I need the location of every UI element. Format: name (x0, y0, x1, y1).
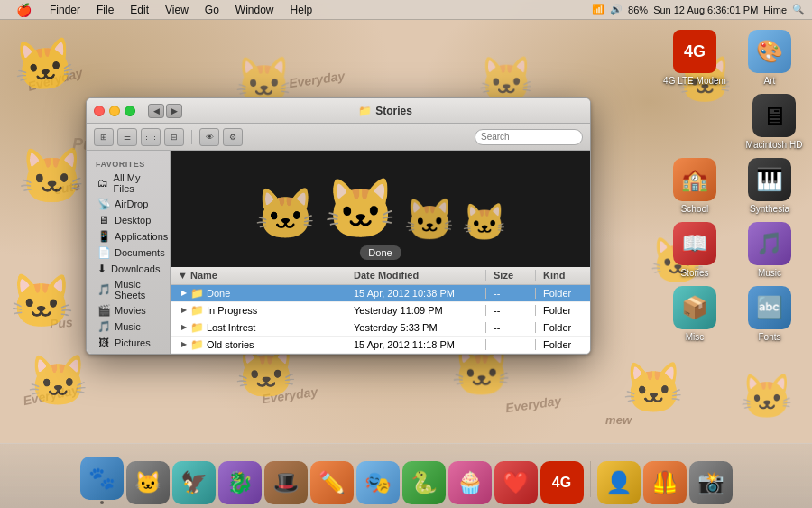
cupcake-dock-icon: 🧁 (448, 461, 492, 504)
menu-file[interactable]: File (89, 2, 121, 18)
dock-item-red-app[interactable]: ❤️ (494, 461, 538, 504)
desktop-icon-macintosh-hd[interactable]: 🖥 Macintosh HD (743, 94, 806, 151)
all-my-files-icon: 🗂 (97, 177, 109, 189)
file-size-old-stories: -- (486, 339, 536, 350)
menu-view[interactable]: View (158, 2, 196, 18)
expand-arrow-lost-intrest[interactable]: ▶ (181, 323, 187, 331)
sidebar-item-documents[interactable]: 📄 Documents (88, 245, 168, 261)
desktop-icon-4g-lte[interactable]: 4G 4G LTE Modem (663, 30, 726, 87)
expand-arrow-old-stories[interactable]: ▶ (181, 340, 187, 348)
menubar-username: Hime (763, 5, 787, 15)
file-name-in-progress: ▶ 📁 In Progress (171, 304, 346, 317)
file-date-in-progress: Yesterday 11:09 PM (346, 305, 486, 316)
misc-label: Misc (686, 332, 705, 343)
sidebar-item-music[interactable]: 🎵 Music (88, 319, 168, 335)
menu-edit[interactable]: Edit (123, 2, 156, 18)
finder-window-title: 📁 Stories (188, 105, 583, 117)
music-icon: 🎵 (748, 222, 791, 265)
finder-nav: ◀ ▶ (148, 104, 182, 118)
dock-item-cat1[interactable]: 🐱 (126, 461, 170, 504)
sidebar-item-all-my-files[interactable]: 🗂 All My Files (88, 171, 168, 196)
desktop-icon-area: 4G 4G LTE Modem 🎨 Art 🖥 Macintosh HD 🏫 S… (659, 25, 807, 347)
menubar: 🍎 Finder File Edit View Go Window Help 📶… (0, 0, 812, 20)
menu-finder[interactable]: Finder (42, 2, 88, 18)
cat-deco-4: 🐱 (27, 352, 89, 411)
vlc-dock-icon: 🦺 (643, 461, 687, 504)
file-row-old-stories[interactable]: ▶ 📁 Old stories 15 Apr, 2012 11:18 PM --… (171, 337, 590, 354)
dock-item-person[interactable]: 👤 (597, 461, 641, 504)
file-row-in-progress[interactable]: ▶ 📁 In Progress Yesterday 11:09 PM -- Fo… (171, 302, 590, 319)
menubar-wifi-icon[interactable]: 📶 (592, 4, 604, 15)
folder-icon: 📁 (358, 105, 372, 117)
cat3-dock-icon: 🐉 (218, 461, 262, 504)
dock: 🐾 🐱 🦅 🐉 🎩 ✏️ 🎭 🐍 🧁 ❤️ 4G (0, 443, 812, 508)
finder-body: FAVORITES 🗂 All My Files 📡 AirDrop 🖥 Des… (87, 151, 590, 354)
desktop-icon-stories[interactable]: 📖 Stories (663, 222, 726, 279)
action-btn[interactable]: ⚙ (223, 128, 243, 146)
sidebar-item-desktop[interactable]: 🖥 Desktop (88, 212, 168, 228)
quicklook-btn[interactable]: 👁 (199, 128, 219, 146)
forward-button[interactable]: ▶ (166, 104, 182, 118)
view-column-btn[interactable]: ⋮⋮ (141, 128, 161, 146)
sidebar-item-airdrop[interactable]: 📡 AirDrop (88, 196, 168, 212)
file-size-done: -- (486, 288, 536, 299)
search-input[interactable] (475, 129, 583, 145)
preview-area: 🐱 🐱 🐱 🐱 Done (171, 151, 590, 267)
dock-item-finder[interactable]: 🐾 (80, 457, 124, 504)
desktop-icon-music[interactable]: 🎵 Music (738, 222, 801, 279)
expand-arrow-done[interactable]: ▶ (181, 289, 187, 297)
menu-help[interactable]: Help (283, 2, 320, 18)
col-header-size[interactable]: Size (486, 270, 536, 281)
airdrop-icon: 📡 (97, 198, 110, 210)
finder-toolbar: ⊞ ☰ ⋮⋮ ⊟ 👁 ⚙ (87, 124, 590, 151)
sidebar-item-pictures[interactable]: 🖼 Pictures (88, 335, 168, 351)
back-button[interactable]: ◀ (148, 104, 164, 118)
dock-item-vlc[interactable]: 🦺 (643, 461, 687, 504)
close-button[interactable] (94, 106, 105, 116)
dock-item-photoshop[interactable]: 🎭 (356, 461, 400, 504)
view-coverflow-btn[interactable]: ⊟ (164, 128, 184, 146)
desktop-icon-art[interactable]: 🎨 Art (738, 30, 801, 87)
menubar-datetime: Sun 12 Aug 6:36:01 PM (653, 5, 758, 15)
view-icon-btn[interactable]: ⊞ (94, 128, 114, 146)
dock-item-hat[interactable]: 🎩 (264, 461, 308, 504)
minimize-button[interactable] (109, 106, 120, 116)
maximize-button[interactable] (125, 106, 135, 116)
file-row-done[interactable]: ▶ 📁 Done 15 Apr, 2012 10:38 PM -- Folder (171, 285, 590, 302)
dock-item-snake[interactable]: 🐍 (402, 461, 446, 504)
view-list-btn[interactable]: ☰ (117, 128, 137, 146)
finder-window: ◀ ▶ 📁 Stories ⊞ ☰ ⋮⋮ ⊟ 👁 ⚙ FAVORITES (86, 97, 591, 355)
sidebar-item-downloads[interactable]: ⬇ Downloads (88, 261, 168, 277)
dock-item-cat3[interactable]: 🐉 (218, 461, 262, 504)
col-header-date[interactable]: Date Modified (346, 270, 486, 281)
desktop-icon-synthesia[interactable]: 🎹 Synthesia (738, 158, 801, 215)
fonts-label: Fonts (758, 332, 780, 343)
apple-menu[interactable]: 🍎 (7, 1, 41, 19)
finder-titlebar: ◀ ▶ 📁 Stories (87, 98, 590, 124)
fonts-icon: 🔤 (748, 286, 791, 329)
sidebar-item-applications[interactable]: 📱 Applications (88, 228, 168, 245)
file-size-in-progress: -- (486, 305, 536, 316)
menubar-search-icon[interactable]: 🔍 (792, 4, 805, 15)
dock-item-pencil[interactable]: ✏️ (310, 461, 354, 504)
col-header-kind[interactable]: Kind (536, 270, 590, 281)
col-header-name[interactable]: ▼ Name (171, 270, 346, 281)
dock-item-cupcake[interactable]: 🧁 (448, 461, 492, 504)
expand-arrow-in-progress[interactable]: ▶ (181, 306, 187, 314)
4g-lte-icon: 4G (673, 30, 716, 73)
menu-window[interactable]: Window (228, 2, 281, 18)
dock-item-screenshot[interactable]: 📸 (689, 461, 733, 504)
finder-dock-icon: 🐾 (80, 457, 124, 500)
file-kind-in-progress: Folder (536, 305, 590, 316)
desktop-icon-misc[interactable]: 📦 Misc (663, 286, 726, 343)
movies-icon: 🎬 (97, 304, 110, 317)
menu-go[interactable]: Go (198, 2, 226, 18)
desktop-icon-fonts[interactable]: 🔤 Fonts (738, 286, 801, 343)
desktop-icon-school[interactable]: 🏫 School (663, 158, 726, 215)
sidebar-item-movies[interactable]: 🎬 Movies (88, 302, 168, 319)
dock-item-cat2[interactable]: 🦅 (172, 461, 216, 504)
menubar-volume-icon[interactable]: 🔊 (610, 4, 623, 15)
dock-item-4g[interactable]: 4G (540, 461, 584, 504)
file-row-lost-intrest[interactable]: ▶ 📁 Lost Intrest Yesterday 5:33 PM -- Fo… (171, 319, 590, 337)
sidebar-item-music-sheets[interactable]: 🎵 Music Sheets (88, 277, 168, 302)
